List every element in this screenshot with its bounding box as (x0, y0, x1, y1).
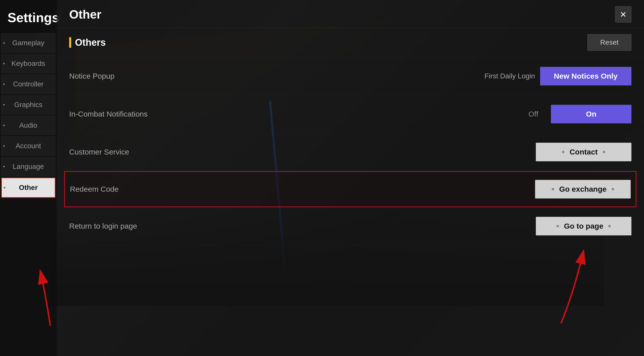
first-daily-login-label: First Daily Login (485, 72, 535, 80)
btn-right-dot (612, 188, 614, 190)
customer-service-label: Customer Service (69, 148, 129, 156)
sidebar-item-graphics[interactable]: Graphics (1, 95, 56, 115)
sidebar-label-account: Account (16, 142, 41, 150)
sidebar-dot (3, 125, 5, 126)
section-header: Others Reset (57, 28, 644, 57)
sidebar-label-other: Other (19, 184, 38, 192)
return-login-controls: Go to page (536, 217, 631, 235)
reset-button[interactable]: Reset (587, 34, 631, 51)
go-exchange-button-label: Go exchange (559, 185, 607, 193)
sidebar-dot (3, 104, 5, 106)
customer-service-controls: Contact (536, 143, 631, 161)
sidebar-label-controller: Controller (13, 80, 44, 88)
btn-right-dot (603, 151, 605, 153)
redeem-code-row: Redeem Code Go exchange (64, 171, 636, 207)
in-combat-notifications-row: In-Combat Notifications Off On (69, 95, 631, 133)
redeem-code-controls: Go exchange (535, 180, 631, 198)
section-title-accent-bar (69, 37, 71, 48)
sidebar-label-graphics: Graphics (14, 101, 42, 109)
sidebar-navigation: Gameplay Keyboards Controller Graphics A… (0, 33, 57, 356)
content-header: Other ✕ (57, 0, 644, 28)
btn-left-dot (552, 188, 554, 190)
settings-panel: Settings Gameplay Keyboards Controller G… (0, 0, 644, 356)
sidebar-label-keyboards: Keyboards (12, 60, 45, 68)
section-title-text: Others (75, 37, 106, 48)
contact-button[interactable]: Contact (536, 143, 631, 161)
sidebar-dot (3, 83, 5, 85)
go-exchange-button[interactable]: Go exchange (535, 180, 631, 198)
notice-popup-label: Notice Popup (69, 72, 114, 80)
sidebar-item-keyboards[interactable]: Keyboards (1, 54, 56, 73)
btn-right-dot (608, 225, 611, 227)
sidebar-label-audio: Audio (19, 121, 37, 129)
sidebar-dot (3, 63, 5, 64)
content-title: Other (69, 8, 101, 21)
sidebar-item-other[interactable]: Other (1, 177, 56, 198)
off-option-label: Off (518, 105, 548, 123)
go-to-page-button-label: Go to page (564, 222, 603, 230)
return-login-row: Return to login page Go to page (69, 207, 631, 245)
main-content: Other ✕ Others Reset Notice Popup First … (57, 0, 644, 356)
sidebar-dot (3, 42, 5, 44)
contact-button-label: Contact (570, 148, 598, 156)
sidebar: Settings Gameplay Keyboards Controller G… (0, 0, 57, 356)
redeem-code-label: Redeem Code (70, 185, 118, 193)
section-title-container: Others (69, 37, 106, 48)
sidebar-dot (4, 187, 5, 188)
btn-left-dot (556, 225, 559, 227)
customer-service-row: Customer Service Contact (69, 133, 631, 171)
sidebar-label-language: Language (13, 163, 44, 171)
sidebar-item-language[interactable]: Language (1, 157, 56, 176)
notice-popup-controls: First Daily Login New Notices Only (485, 67, 631, 85)
go-to-page-button[interactable]: Go to page (536, 217, 631, 235)
sidebar-item-gameplay[interactable]: Gameplay (1, 33, 56, 53)
sidebar-dot (3, 166, 5, 167)
close-button[interactable]: ✕ (615, 6, 631, 23)
settings-title: Settings (0, 0, 57, 33)
sidebar-label-gameplay: Gameplay (12, 39, 45, 47)
btn-left-dot (562, 151, 565, 153)
sidebar-item-controller[interactable]: Controller (1, 74, 56, 94)
notice-popup-row: Notice Popup First Daily Login New Notic… (69, 57, 631, 95)
sidebar-dot (3, 145, 5, 147)
on-button[interactable]: On (551, 105, 631, 123)
sidebar-item-audio[interactable]: Audio (1, 116, 56, 135)
sidebar-item-account[interactable]: Account (1, 136, 56, 156)
in-combat-controls: Off On (518, 105, 631, 123)
new-notices-only-button[interactable]: New Notices Only (540, 67, 631, 85)
settings-body: Notice Popup First Daily Login New Notic… (57, 57, 644, 245)
return-login-label: Return to login page (69, 222, 137, 230)
in-combat-label: In-Combat Notifications (69, 110, 148, 118)
